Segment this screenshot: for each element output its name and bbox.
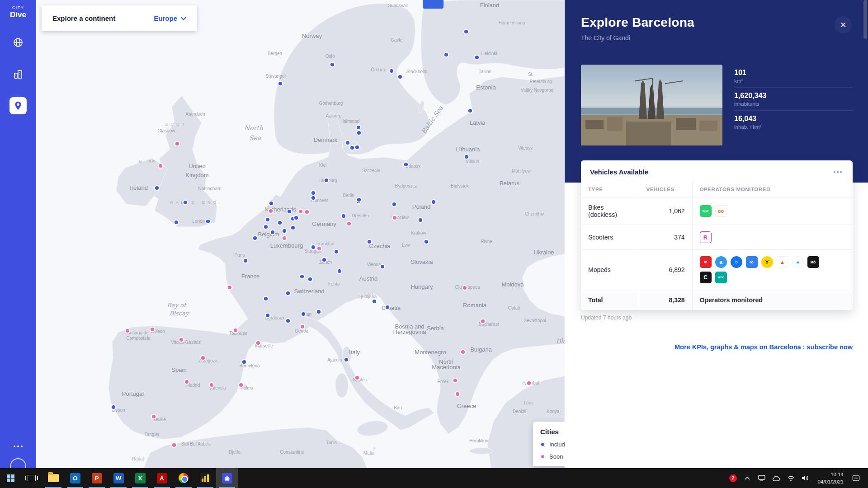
city-dot[interactable] <box>294 216 298 220</box>
action-center-button[interactable] <box>849 468 863 488</box>
sidebar-more-menu[interactable] <box>14 446 23 447</box>
europe-map[interactable]: NorthSeaBaltic SeaBay ofBiscayBlack SeaS… <box>36 0 565 468</box>
city-dot[interactable] <box>227 285 232 290</box>
city-dot[interactable] <box>242 360 246 364</box>
city-dot[interactable] <box>311 191 316 195</box>
city-dot[interactable] <box>265 217 270 222</box>
city-dot[interactable] <box>150 327 155 332</box>
city-dot[interactable] <box>282 229 287 233</box>
cloud-tray-button[interactable] <box>769 468 783 488</box>
city-dot[interactable] <box>311 245 316 249</box>
sidebar-item-world[interactable] <box>9 34 27 51</box>
city-dot[interactable] <box>300 324 305 329</box>
city-dot[interactable] <box>111 405 116 409</box>
city-dot[interactable] <box>372 299 377 304</box>
city-dot[interactable] <box>455 392 460 396</box>
city-dot[interactable] <box>253 236 257 240</box>
city-dot[interactable] <box>317 246 321 251</box>
city-dot[interactable] <box>481 319 485 324</box>
city-dot[interactable] <box>305 210 309 214</box>
city-dot[interactable] <box>151 414 156 419</box>
city-dot[interactable] <box>158 164 163 168</box>
city-dot[interactable] <box>298 209 303 214</box>
city-dot[interactable] <box>355 145 359 150</box>
outlook-button[interactable]: O <box>64 468 86 488</box>
city-dot[interactable] <box>209 383 214 387</box>
notification-alert-button[interactable]: ? <box>726 468 740 488</box>
city-dot[interactable] <box>264 296 268 301</box>
show-hidden-icons-button[interactable] <box>741 468 754 488</box>
network-tray-button[interactable] <box>784 468 797 488</box>
city-dot[interactable] <box>243 258 248 263</box>
city-dot[interactable] <box>316 310 321 314</box>
city-dot[interactable] <box>322 258 326 262</box>
city-dot[interactable] <box>311 196 316 200</box>
city-dot[interactable] <box>345 141 350 145</box>
city-dot[interactable] <box>356 125 361 130</box>
excel-button[interactable]: X <box>129 468 151 488</box>
continent-select[interactable]: Europe <box>154 14 186 22</box>
city-dot[interactable] <box>464 155 469 159</box>
city-dot[interactable] <box>475 55 479 60</box>
word-button[interactable]: W <box>108 468 129 488</box>
city-dot[interactable] <box>183 200 188 205</box>
city-dot[interactable] <box>270 230 275 235</box>
map-control-button[interactable] <box>423 0 443 9</box>
city-dot[interactable] <box>269 209 273 213</box>
powerpoint-button[interactable]: P <box>86 468 108 488</box>
city-dot[interactable] <box>278 81 283 86</box>
city-dot[interactable] <box>184 380 189 384</box>
city-dot[interactable] <box>172 443 176 447</box>
city-dot[interactable] <box>282 236 287 240</box>
city-dot[interactable] <box>357 131 361 135</box>
city-dot[interactable] <box>337 269 342 273</box>
city-dot[interactable] <box>461 350 465 354</box>
city-dot[interactable] <box>527 381 531 385</box>
city-dot[interactable] <box>201 356 205 360</box>
city-dot[interactable] <box>125 328 130 333</box>
city-dot[interactable] <box>431 200 436 204</box>
city-dot[interactable] <box>301 312 306 316</box>
city-dot[interactable] <box>256 341 260 345</box>
city-dot[interactable] <box>424 239 429 244</box>
city-dot[interactable] <box>174 220 179 225</box>
city-dot[interactable] <box>404 162 408 167</box>
city-dot[interactable] <box>206 219 210 224</box>
taskbar-clock[interactable]: 10:14 04/01/2021 <box>813 471 848 485</box>
volume-tray-button[interactable] <box>798 468 812 488</box>
city-dot[interactable] <box>389 69 394 73</box>
city-dot[interactable] <box>287 209 292 214</box>
sidebar-item-explore[interactable] <box>9 97 27 114</box>
city-dot[interactable] <box>341 214 346 218</box>
city-dot[interactable] <box>286 319 290 323</box>
file-explorer-button[interactable] <box>42 468 64 488</box>
city-dot[interactable] <box>350 145 354 150</box>
city-dot[interactable] <box>300 274 304 279</box>
city-dot[interactable] <box>291 225 295 230</box>
citydive-app-button[interactable]: ◉ <box>216 468 238 488</box>
sidebar-item-cities[interactable] <box>9 66 27 83</box>
city-dot[interactable] <box>334 249 339 254</box>
chrome-button[interactable] <box>173 468 194 488</box>
city-dot[interactable] <box>233 328 238 333</box>
city-dot[interactable] <box>175 141 179 146</box>
city-dot[interactable] <box>265 313 270 318</box>
city-dot[interactable] <box>385 305 390 310</box>
city-dot[interactable] <box>418 218 423 222</box>
city-dot[interactable] <box>468 108 472 113</box>
city-dot[interactable] <box>444 52 448 57</box>
city-dot[interactable] <box>398 75 402 79</box>
city-dot[interactable] <box>392 202 396 206</box>
city-dot[interactable] <box>179 338 184 342</box>
map-canvas[interactable]: NorthSeaBaltic SeaBay ofBiscayBlack SeaS… <box>36 0 565 468</box>
acrobat-button[interactable]: A <box>151 468 173 488</box>
city-dot[interactable] <box>155 186 159 190</box>
city-dot[interactable] <box>278 221 282 225</box>
panel-scrollbar[interactable] <box>863 0 867 39</box>
card-menu-button[interactable] <box>832 169 844 175</box>
subscribe-link[interactable]: More KPIs, graphs & maps on Barcelona : … <box>581 343 853 351</box>
city-dot[interactable] <box>286 291 290 296</box>
city-dot[interactable] <box>464 29 468 34</box>
city-dot[interactable] <box>264 225 268 229</box>
city-dot[interactable] <box>239 383 243 387</box>
